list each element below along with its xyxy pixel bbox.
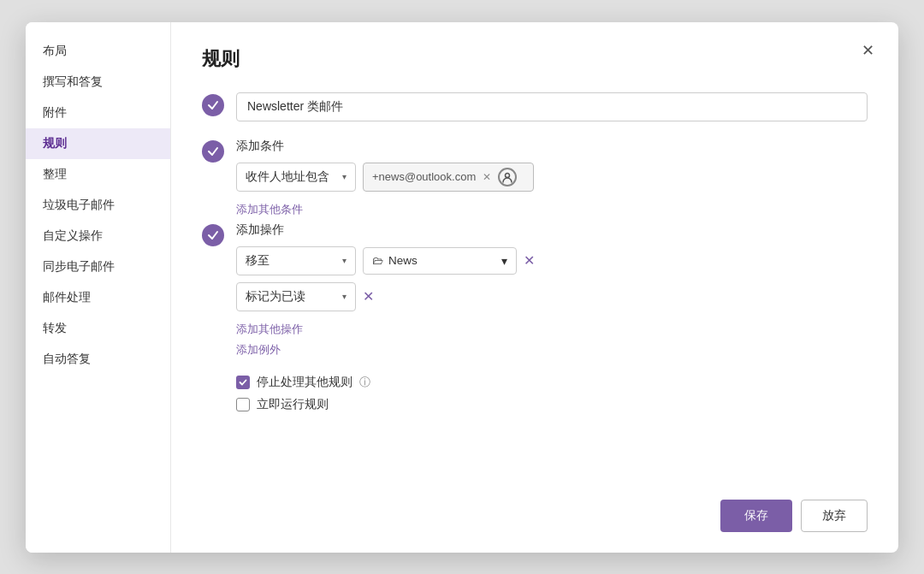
- sidebar-item-junk[interactable]: 垃圾电子邮件: [26, 190, 170, 221]
- dialog-content: 规则 ✕ 添加条件: [171, 22, 898, 553]
- run-now-checkbox[interactable]: [236, 398, 250, 411]
- email-tag-text: +news@outlook.com: [372, 170, 476, 183]
- folder-icon: 🗁: [372, 254, 383, 267]
- sidebar-item-custom[interactable]: 自定义操作: [26, 221, 170, 251]
- add-exception-link[interactable]: 添加例外: [236, 342, 281, 358]
- folder-chevron-icon: ▾: [501, 254, 507, 268]
- action-mark-dropdown[interactable]: 标记为已读 ▾: [236, 282, 356, 311]
- info-icon: ⓘ: [359, 375, 370, 390]
- rule-name-content: [236, 92, 868, 121]
- sidebar-item-autoreply[interactable]: 自动答复: [26, 344, 170, 375]
- sidebar-item-layout[interactable]: 布局: [26, 36, 170, 67]
- sidebar-item-sync[interactable]: 同步电子邮件: [26, 251, 170, 282]
- condition-dropdown-label: 收件人地址包含: [246, 169, 329, 185]
- remove-action-mark-button[interactable]: ✕: [363, 290, 374, 304]
- run-now-label: 立即运行规则: [257, 397, 329, 412]
- sidebar-item-organize[interactable]: 整理: [26, 159, 170, 190]
- sidebar-item-mailhandling[interactable]: 邮件处理: [26, 282, 170, 313]
- action-move-label: 移至: [246, 253, 270, 269]
- condition-label: 添加条件: [236, 139, 868, 154]
- person-icon: [498, 168, 517, 186]
- action-move-chevron-icon: ▾: [342, 256, 346, 265]
- rule-name-section: [202, 92, 868, 121]
- svg-point-0: [506, 173, 510, 177]
- check-circle-condition: [202, 140, 224, 163]
- action-mark-chevron-icon: ▾: [342, 292, 346, 301]
- check-circle-name: [202, 94, 224, 116]
- check-circle-action: [202, 224, 224, 246]
- condition-row: 收件人地址包含 ▾ +news@outlook.com ✕: [236, 163, 868, 192]
- action-mark-label: 标记为已读: [246, 289, 305, 305]
- sidebar-item-forward[interactable]: 转发: [26, 313, 170, 344]
- action-move-row: 移至 ▾ 🗁 News ▾ ✕: [236, 246, 868, 275]
- sidebar: 布局撰写和答复附件规则整理垃圾电子邮件自定义操作同步电子邮件邮件处理转发自动答复: [26, 22, 171, 553]
- dialog-title: 规则: [202, 46, 868, 72]
- sidebar-item-compose[interactable]: 撰写和答复: [26, 67, 170, 98]
- close-button[interactable]: ✕: [862, 43, 874, 58]
- folder-label: News: [388, 254, 418, 267]
- email-tag-close-icon[interactable]: ✕: [483, 171, 491, 183]
- rule-name-input[interactable]: [236, 92, 868, 121]
- folder-select[interactable]: 🗁 News ▾: [363, 247, 517, 275]
- action-mark-row: 标记为已读 ▾ ✕: [236, 282, 868, 311]
- discard-button[interactable]: 放弃: [801, 500, 868, 532]
- main-window: 布局撰写和答复附件规则整理垃圾电子邮件自定义操作同步电子邮件邮件处理转发自动答复…: [26, 22, 898, 553]
- stop-processing-label: 停止处理其他规则: [257, 375, 352, 390]
- action-content: 添加操作 移至 ▾ 🗁 News ▾ ✕: [236, 222, 868, 358]
- footer-buttons: 保存 放弃: [720, 500, 868, 532]
- sidebar-item-rules[interactable]: 规则: [26, 128, 170, 159]
- run-now-row: 立即运行规则: [236, 397, 868, 412]
- save-button[interactable]: 保存: [720, 500, 792, 532]
- condition-chevron-icon: ▾: [342, 172, 346, 181]
- condition-content: 添加条件 收件人地址包含 ▾ +news@outlook.com ✕: [236, 139, 868, 217]
- sidebar-item-attachments[interactable]: 附件: [26, 98, 170, 128]
- email-tag-box: +news@outlook.com ✕: [363, 163, 534, 192]
- remove-action-move-button[interactable]: ✕: [524, 254, 535, 268]
- condition-dropdown[interactable]: 收件人地址包含 ▾: [236, 163, 356, 192]
- stop-processing-checkbox[interactable]: [236, 376, 250, 389]
- add-condition-link[interactable]: 添加其他条件: [236, 202, 303, 217]
- condition-section: 添加条件 收件人地址包含 ▾ +news@outlook.com ✕: [202, 139, 868, 217]
- add-action-link[interactable]: 添加其他操作: [236, 322, 303, 337]
- stop-processing-row: 停止处理其他规则 ⓘ: [236, 375, 868, 390]
- action-move-dropdown[interactable]: 移至 ▾: [236, 246, 356, 275]
- action-label: 添加操作: [236, 222, 868, 238]
- action-section: 添加操作 移至 ▾ 🗁 News ▾ ✕: [202, 222, 868, 358]
